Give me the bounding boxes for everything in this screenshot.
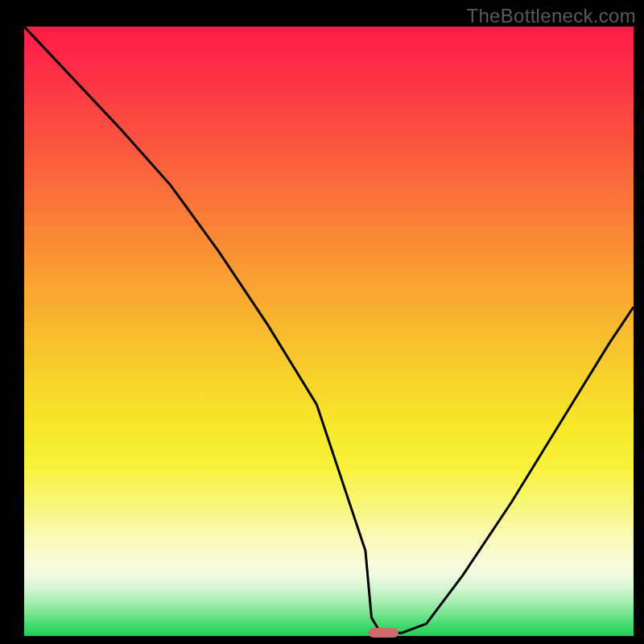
optimal-marker <box>369 628 398 638</box>
bottleneck-curve <box>24 27 634 636</box>
chart-container: TheBottleneck.com <box>0 0 644 644</box>
watermark-text: TheBottleneck.com <box>466 5 636 27</box>
plot-area <box>24 27 634 636</box>
